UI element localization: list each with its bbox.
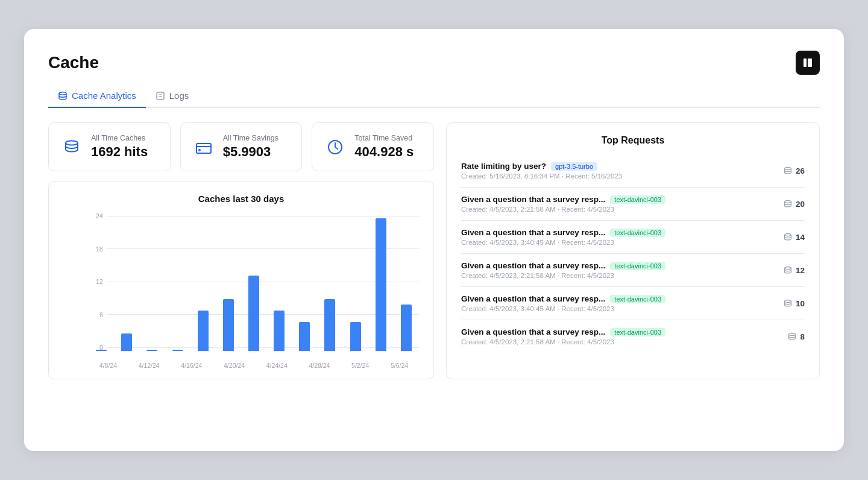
request-count: 20 [783, 199, 805, 209]
bar [198, 311, 209, 351]
bar [401, 305, 412, 351]
svg-point-11 [784, 201, 791, 203]
bar-group [241, 212, 266, 351]
tab-cache-analytics[interactable]: Cache Analytics [48, 86, 146, 108]
request-name-row: Given a question that a survey resp...te… [461, 294, 776, 303]
request-name: Given a question that a survey resp... [461, 228, 605, 237]
bar-group [165, 212, 190, 351]
x-label: 5/2/24 [351, 362, 369, 369]
chart-title: Caches last 30 days [63, 194, 419, 204]
right-panel: Top Requests Rate limiting by user?gpt-3… [446, 122, 820, 379]
request-row: Given a question that a survey resp...te… [461, 221, 805, 254]
time-label: Total Time Saved [354, 134, 414, 142]
bar-group [216, 212, 241, 351]
stat-text-caches: All Time Caches 1692 hits [91, 134, 148, 160]
request-main: Given a question that a survey resp...te… [461, 327, 780, 346]
page-title: Cache [48, 53, 99, 72]
request-row: Given a question that a survey resp...te… [461, 254, 805, 287]
request-main: Given a question that a survey resp...te… [461, 261, 776, 279]
x-axis: 4/8/244/12/244/16/244/20/244/24/244/28/2… [89, 362, 419, 369]
bar-group [114, 212, 139, 351]
tab-logs[interactable]: Logs [146, 86, 199, 108]
x-label: 4/8/24 [99, 362, 117, 369]
request-meta: Created: 4/5/2023, 2:21:58 AM · Recent: … [461, 206, 776, 213]
svg-rect-3 [157, 92, 164, 99]
caches-value: 1692 hits [91, 144, 148, 160]
request-name-row: Given a question that a survey resp...te… [461, 327, 780, 336]
cache-analytics-icon [58, 91, 68, 101]
caches-label: All Time Caches [91, 134, 148, 142]
stat-card-savings: All Time Savings $5.9903 [180, 122, 303, 171]
bar [223, 299, 234, 351]
request-main: Given a question that a survey resp...te… [461, 228, 776, 246]
bar [299, 322, 310, 351]
db-icon [783, 166, 793, 175]
chart-card: Caches last 30 days 24 18 12 [48, 181, 434, 379]
request-count: 14 [783, 232, 805, 242]
stat-card-time: Total Time Saved 404.928 s [312, 122, 434, 171]
svg-point-2 [59, 92, 66, 94]
bar-group [343, 212, 368, 351]
request-row: Given a question that a survey resp...te… [461, 188, 805, 221]
bar-group [139, 212, 165, 351]
bar-group [317, 212, 342, 351]
request-name: Given a question that a survey resp... [461, 294, 605, 303]
request-meta: Created: 4/5/2023, 3:40:45 AM · Recent: … [461, 305, 776, 312]
tabs: Cache Analytics Logs [48, 86, 820, 108]
savings-value: $5.9903 [223, 144, 278, 160]
request-row: Rate limiting by user?gpt-3.5-turboCreat… [461, 154, 805, 188]
db-icon [783, 199, 793, 209]
x-label: 4/28/24 [309, 362, 330, 369]
svg-point-15 [789, 333, 796, 336]
request-meta: Created: 4/5/2023, 3:40:45 AM · Recent: … [461, 239, 776, 246]
book-button[interactable] [796, 51, 820, 75]
header-row: Cache [48, 51, 820, 75]
request-badge: text-davinci-003 [610, 195, 665, 204]
request-main: Given a question that a survey resp...te… [461, 195, 776, 213]
tab-logs-label: Logs [169, 90, 189, 101]
bar [172, 350, 183, 351]
request-badge: text-davinci-003 [610, 262, 665, 270]
request-name: Given a question that a survey resp... [461, 261, 605, 270]
chart-area: 24 18 12 6 [63, 212, 419, 369]
stat-text-savings: All Time Savings $5.9903 [223, 134, 278, 160]
request-count: 8 [787, 332, 805, 341]
db-icon [783, 298, 793, 308]
left-panel: All Time Caches 1692 hits All Time [48, 122, 434, 379]
bar-group [368, 212, 394, 351]
request-count: 10 [783, 298, 805, 308]
request-badge: text-davinci-003 [610, 229, 665, 237]
bar [324, 299, 335, 351]
svg-point-10 [784, 168, 791, 170]
x-label: 4/24/24 [266, 362, 288, 369]
request-name-row: Given a question that a survey resp...te… [461, 228, 776, 237]
request-name: Rate limiting by user? [461, 162, 546, 171]
stats-row: All Time Caches 1692 hits All Time [48, 122, 434, 171]
request-meta: Created: 5/16/2023, 8:16:34 PM · Recent:… [461, 172, 776, 180]
bar-group [292, 212, 317, 351]
bar [248, 276, 259, 351]
request-name-row: Given a question that a survey resp...te… [461, 261, 776, 270]
bar [121, 333, 132, 351]
request-badge: text-davinci-003 [610, 295, 665, 303]
svg-point-12 [784, 234, 791, 236]
request-badge: gpt-3.5-turbo [551, 162, 597, 171]
request-count: 26 [783, 166, 805, 175]
caches-icon [61, 136, 83, 158]
bars-area [89, 212, 419, 351]
request-meta: Created: 4/5/2023, 2:21:58 AM · Recent: … [461, 272, 776, 279]
svg-rect-0 [804, 58, 807, 67]
request-row: Given a question that a survey resp...te… [461, 320, 805, 353]
request-name: Given a question that a survey resp... [461, 195, 605, 204]
stat-card-caches: All Time Caches 1692 hits [48, 122, 171, 171]
request-badge: text-davinci-003 [610, 328, 665, 336]
stat-text-time: Total Time Saved 404.928 s [354, 134, 414, 160]
main-content: All Time Caches 1692 hits All Time [48, 122, 820, 379]
request-meta: Created: 4/5/2023, 2:21:58 AM · Recent: … [461, 338, 780, 346]
time-icon [324, 136, 346, 158]
bar-group [190, 212, 216, 351]
logs-icon [156, 91, 165, 101]
svg-point-6 [66, 141, 78, 145]
app-container: Cache Cache Analytics [24, 29, 844, 451]
tab-cache-analytics-label: Cache Analytics [72, 90, 136, 101]
